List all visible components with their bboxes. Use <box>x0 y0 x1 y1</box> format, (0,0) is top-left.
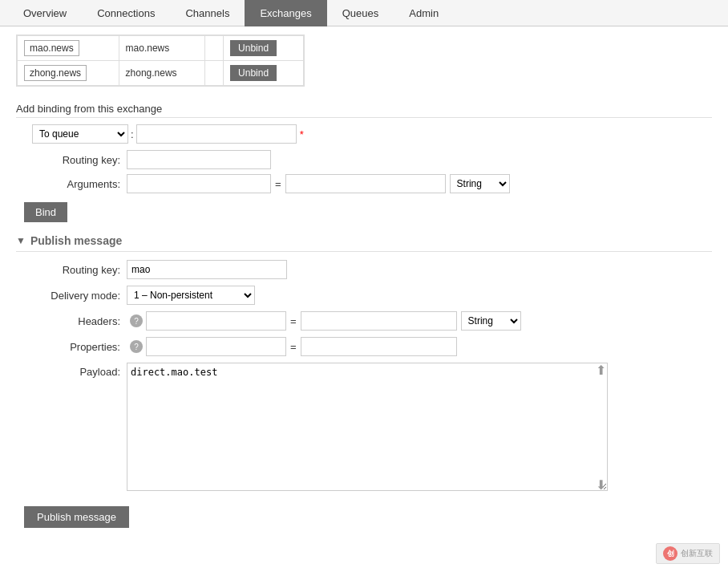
add-binding-title: Add binding from this exchange <box>16 103 712 118</box>
watermark-inner: 创 创新互联 <box>656 543 720 564</box>
binding-row-1: mao.news mao.news Unbind <box>18 36 304 61</box>
arguments-label: Arguments: <box>24 178 120 190</box>
watermark: 创 创新互联 <box>656 543 720 564</box>
publish-section-header: ▼ Publish message <box>16 234 712 252</box>
bind-button[interactable]: Bind <box>24 202 67 222</box>
headers-help-icon[interactable]: ? <box>130 314 143 327</box>
headers-key-input[interactable] <box>146 311 286 331</box>
tab-admin[interactable]: Admin <box>394 0 454 26</box>
tab-overview[interactable]: Overview <box>8 0 82 26</box>
headers-type-select[interactable]: String Number Boolean <box>461 311 521 331</box>
nav-bar: Overview Connections Channels Exchanges … <box>0 0 728 26</box>
payload-textarea[interactable]: direct.mao.test <box>127 363 608 491</box>
payload-row: Payload: direct.mao.test ⬆ ⬇ <box>24 363 712 493</box>
binding-empty-2 <box>205 61 224 86</box>
nav-tabs: Overview Connections Channels Exchanges … <box>0 0 728 26</box>
headers-eq: = <box>290 315 297 327</box>
add-binding-section: Add binding from this exchange To queue … <box>16 103 712 222</box>
tab-exchanges[interactable]: Exchanges <box>245 0 326 26</box>
payload-label: Payload: <box>24 366 120 378</box>
routing-key-row: Routing key: <box>24 150 712 169</box>
required-marker: * <box>300 128 304 140</box>
routing-key-input[interactable] <box>127 150 271 169</box>
colon-sep: : <box>131 128 134 140</box>
unbind-button-1[interactable]: Unbind <box>230 40 277 56</box>
queue-name-input[interactable] <box>136 124 297 144</box>
publish-routing-key-row: Routing key: <box>24 260 712 279</box>
to-queue-select[interactable]: To queue To exchange <box>32 124 128 144</box>
watermark-logo: 创 <box>663 546 677 561</box>
arguments-type-select[interactable]: String Number Boolean <box>450 174 510 193</box>
collapse-arrow[interactable]: ▼ <box>16 235 26 246</box>
payload-scroll-indicator: ⬆ <box>596 364 606 377</box>
arguments-key-input[interactable] <box>127 174 271 193</box>
payload-scroll-down-indicator: ⬇ <box>596 479 606 492</box>
tab-channels[interactable]: Channels <box>170 0 245 26</box>
to-queue-row: To queue To exchange : * <box>32 124 712 144</box>
publish-form: Routing key: Delivery mode: 1 – Non-pers… <box>24 260 712 528</box>
publish-message-section: ▼ Publish message Routing key: Delivery … <box>16 234 712 528</box>
properties-value-input[interactable] <box>301 337 457 356</box>
watermark-text: 创新互联 <box>681 548 713 559</box>
arguments-eq: = <box>275 178 281 190</box>
binding-queue-1: mao.news <box>24 40 79 56</box>
arguments-row: Arguments: = String Number Boolean <box>24 174 712 193</box>
arguments-value-input[interactable] <box>285 174 446 193</box>
binding-dest-1: mao.news <box>119 36 205 61</box>
properties-help-icon[interactable]: ? <box>130 340 143 353</box>
binding-queue-2: zhong.news <box>24 65 87 81</box>
payload-container: direct.mao.test ⬆ ⬇ <box>127 363 608 493</box>
properties-row: Properties: ? = <box>24 337 712 356</box>
headers-row: Headers: ? = String Number Boolean <box>24 311 712 331</box>
main-content: mao.news mao.news Unbind zhong.news zhon… <box>0 26 728 536</box>
publish-routing-key-input[interactable] <box>127 260 287 279</box>
tab-queues[interactable]: Queues <box>327 0 394 26</box>
delivery-mode-row: Delivery mode: 1 – Non-persistent 2 – Pe… <box>24 286 712 305</box>
bindings-table: mao.news mao.news Unbind zhong.news zhon… <box>16 34 305 87</box>
publish-message-button[interactable]: Publish message <box>24 506 129 528</box>
binding-dest-2: zhong.news <box>119 61 205 86</box>
delivery-mode-label: Delivery mode: <box>24 290 120 302</box>
binding-row-2: zhong.news zhong.news Unbind <box>18 61 304 86</box>
unbind-button-2[interactable]: Unbind <box>230 65 277 81</box>
delivery-mode-select[interactable]: 1 – Non-persistent 2 – Persistent <box>127 286 255 305</box>
publish-section-title: Publish message <box>30 234 122 247</box>
bind-form: To queue To exchange : * Routing key: Ar… <box>24 124 712 222</box>
headers-value-input[interactable] <box>301 311 457 331</box>
properties-eq: = <box>290 341 297 353</box>
publish-routing-key-label: Routing key: <box>24 264 120 276</box>
properties-key-input[interactable] <box>146 337 286 356</box>
properties-label: Properties: <box>24 341 120 353</box>
routing-key-label: Routing key: <box>24 154 120 166</box>
headers-label: Headers: <box>24 315 120 327</box>
binding-empty-1 <box>205 36 224 61</box>
tab-connections[interactable]: Connections <box>82 0 170 26</box>
